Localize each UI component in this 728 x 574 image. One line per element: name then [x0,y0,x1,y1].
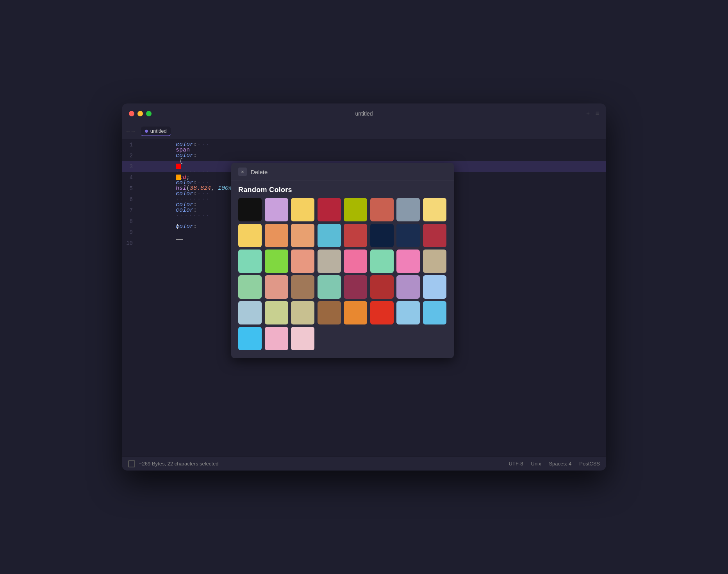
statusbar-indent[interactable]: Spaces: 4 [549,461,571,467]
color-cell-0[interactable] [238,198,262,221]
color-cell-42[interactable] [291,327,314,350]
nav-arrows: ← → [127,128,135,135]
color-cell-20[interactable] [344,250,367,273]
color-cell-24[interactable] [238,275,262,299]
close-button[interactable] [129,111,134,116]
line-num-8: 8 [122,216,141,227]
color-cell-8[interactable] [238,224,262,247]
color-cell-32[interactable] [238,301,262,324]
statusbar-right: UTF-8 Unix Spaces: 4 PostCSS [509,461,600,467]
minimize-button[interactable] [137,111,143,116]
tab-dot [145,130,148,133]
color-cell-10[interactable] [291,224,314,247]
color-cell-25[interactable] [265,275,288,299]
color-cell-16[interactable] [238,250,262,273]
titlebar: untitled + ≡ [122,103,606,124]
color-cell-9[interactable] [265,224,288,247]
color-cell-4[interactable] [344,198,367,221]
color-cell-18[interactable] [291,250,314,273]
color-cell-33[interactable] [265,301,288,324]
color-cell-30[interactable] [396,275,420,299]
line-num-6: 6 [122,194,141,205]
app-window: untitled + ≡ ← → untitled 1 { span [122,103,606,471]
editor-area: 1 { span { 2 ········ color: red; [122,139,606,456]
tabbar: ← → untitled [122,124,606,139]
line-num-9: 9 [122,227,141,238]
color-cell-12[interactable] [344,224,367,247]
titlebar-actions: + ≡ [586,110,599,117]
color-cell-39[interactable] [423,301,446,324]
new-tab-icon[interactable]: + [586,110,590,117]
tab-untitled[interactable]: untitled [141,127,171,136]
statusbar-language[interactable]: PostCSS [579,461,600,467]
color-cell-40[interactable] [238,327,262,350]
delete-x-button[interactable]: ✕ [238,168,247,176]
color-cell-26[interactable] [291,275,314,299]
color-cell-6[interactable] [396,198,420,221]
statusbar-line-ending[interactable]: Unix [531,461,541,467]
color-cell-15[interactable] [423,224,446,247]
color-cell-3[interactable] [318,198,341,221]
line-num-10: 10 [122,238,141,249]
color-cell-2[interactable] [291,198,314,221]
color-cell-17[interactable] [265,250,288,273]
line-num-1: 1 [122,139,141,150]
line-num-2: 2 [122,150,141,161]
line-num-5: 5 [122,183,141,194]
color-cell-11[interactable] [318,224,341,247]
color-cell-41[interactable] [265,327,288,350]
color-cell-27[interactable] [318,275,341,299]
delete-label: Delete [251,169,268,175]
color-cell-22[interactable] [396,250,420,273]
color-grid [231,198,454,350]
statusbar: ~269 Bytes, 22 characters selected UTF-8… [122,456,606,471]
statusbar-encoding[interactable]: UTF-8 [509,461,523,467]
color-cell-19[interactable] [318,250,341,273]
line-num-3: 3 [122,161,141,172]
popup-delete-row: ✕ Delete [231,163,454,180]
color-cell-5[interactable] [370,198,394,221]
popup-section-title: Random Colors [231,180,454,198]
traffic-lights [129,111,152,116]
color-cell-13[interactable] [370,224,394,247]
color-cell-28[interactable] [344,275,367,299]
color-cell-1[interactable] [265,198,288,221]
color-cell-35[interactable] [318,301,341,324]
forward-arrow[interactable]: → [131,128,134,135]
color-cell-38[interactable] [396,301,420,324]
statusbar-square-icon [128,460,135,467]
color-cell-29[interactable] [370,275,394,299]
color-cell-36[interactable] [344,301,367,324]
tab-label: untitled [150,128,167,134]
color-picker-popup: ✕ Delete Random Colors [231,163,454,358]
color-cell-14[interactable] [396,224,420,247]
color-cell-23[interactable] [423,250,446,273]
color-cell-31[interactable] [423,275,446,299]
color-cell-37[interactable] [370,301,394,324]
window-title: untitled [355,111,373,117]
color-cell-34[interactable] [291,301,314,324]
line-num-7: 7 [122,205,141,216]
line-num-4: 4 [122,172,141,183]
color-cell-21[interactable] [370,250,394,273]
menu-icon[interactable]: ≡ [595,110,599,117]
maximize-button[interactable] [146,111,152,116]
back-arrow[interactable]: ← [127,128,130,135]
statusbar-left: ~269 Bytes, 22 characters selected [128,460,218,467]
color-cell-7[interactable] [423,198,446,221]
statusbar-file-info: ~269 Bytes, 22 characters selected [139,461,218,467]
